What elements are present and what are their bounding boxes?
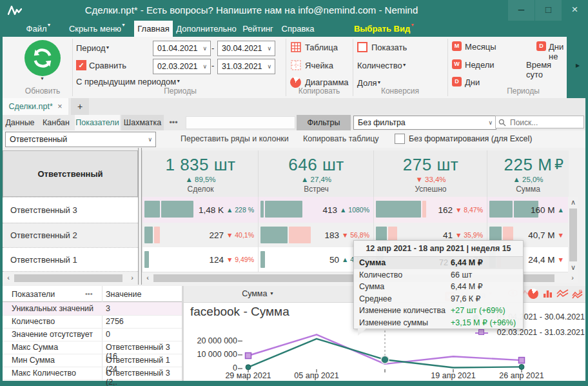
filters-button[interactable]: Фильтры (297, 115, 351, 130)
menu-file[interactable]: Файл▼ (19, 21, 58, 37)
row-label[interactable]: Ответственный 2 (3, 223, 138, 247)
view-tab-chessboard[interactable]: Шахматка (121, 115, 164, 130)
swap-rows-columns-button[interactable]: Переставить ряды и колонки (181, 134, 289, 143)
filter-select[interactable]: Без фильтра∨ (353, 116, 496, 130)
stats-col1-header[interactable]: Показатели (12, 290, 55, 299)
months-item[interactable]: Месяцы (465, 42, 496, 52)
document-tab[interactable]: Сделки.npt* × (3, 98, 68, 115)
table-cell[interactable]: 162▼ 8,47% (373, 197, 487, 223)
scroll-right-icon[interactable]: › (128, 274, 137, 281)
rating-chart-icon[interactable]: R (572, 289, 583, 300)
no-format-label: Без форматирования (для Excel) (409, 134, 532, 143)
caret-down-icon: ▼ (410, 23, 415, 27)
scroll-down-icon[interactable]: ∨ (569, 263, 578, 272)
main-vscrollbar[interactable]: ∧ ∨ (568, 197, 578, 273)
compare-checkbox[interactable]: ✓ (76, 60, 86, 70)
tab-main[interactable]: Главная (134, 21, 173, 37)
search-input[interactable] (509, 116, 583, 129)
tab-close-icon[interactable]: × (57, 102, 62, 111)
table-cell[interactable]: 160 М▲ (487, 197, 569, 223)
period-start-select[interactable]: 01.04.2021∨ (153, 41, 211, 56)
bar-chart-icon[interactable] (543, 289, 553, 298)
table-cell[interactable]: 1,48 K▲ 228 % (142, 197, 259, 223)
stats-row[interactable]: Макс КоличествоОтветственный 3 (2,. (3, 367, 182, 380)
stats-row[interactable]: Мин СуммаОтветственный 1 (24 (3, 354, 182, 367)
tab-help[interactable]: Справка (279, 21, 317, 37)
compare-start-select[interactable]: 02.03.2021∨ (153, 59, 211, 74)
close-button[interactable]: × (562, 0, 588, 21)
view-tab-kanban[interactable]: Канбан (39, 115, 74, 130)
daytime-item[interactable]: Время суто (526, 60, 567, 79)
application-window: Сделки.npt* - Есть вопросы? Напишите нам… (0, 0, 588, 386)
show-checkbox[interactable] (357, 42, 368, 52)
scroll-right-icon[interactable]: › (568, 274, 577, 281)
view-tab-indicators[interactable]: Показатели (75, 115, 120, 130)
period-end-select[interactable]: 30.04.2021∨ (217, 41, 275, 56)
ghost-value: 72 (439, 257, 448, 269)
kpi-label: Успешно (374, 185, 487, 194)
stats-row[interactable]: Значение отсутствует0 (3, 328, 182, 341)
y-tick: 20 000 000 (184, 336, 237, 345)
stats-row[interactable]: Уникальных значений3 (3, 302, 182, 316)
copy-diagram-item[interactable]: Диаграмма (305, 77, 349, 87)
search-icon (498, 119, 506, 127)
conversion-quantity[interactable]: Количество▼ (357, 61, 407, 70)
copy-cell-item[interactable]: Ячейка (305, 61, 333, 70)
search-box[interactable] (495, 116, 584, 128)
compare-end-select[interactable]: 31.03.2021∨ (217, 59, 275, 74)
add-tab-button[interactable]: + (71, 98, 89, 115)
chart-metric-select[interactable]: Сумма ▼ (219, 289, 297, 298)
kpi-success[interactable]: 275 шт ▼ 33,4% Успешно (373, 150, 487, 198)
table-cell[interactable]: 124▼ 9,49% (142, 247, 259, 272)
mini-bars (376, 201, 427, 218)
area-chart-icon[interactable] (556, 289, 569, 298)
copy-table-button[interactable]: Копировать таблицу (303, 134, 379, 143)
weeks-item[interactable]: Недели (465, 60, 495, 70)
scroll-left-icon[interactable]: ‹ (143, 274, 152, 281)
view-tab-data[interactable]: Данные (3, 115, 37, 130)
minimize-button[interactable]: – (508, 0, 534, 21)
chevron-down-icon: ∨ (202, 59, 207, 74)
scroll-up-icon[interactable]: ∧ (569, 198, 578, 207)
stats-row[interactable]: Макс СуммаОтветственный 3 (16 (3, 341, 182, 354)
row-label[interactable]: Ответственный 1 (3, 247, 138, 272)
refresh-caret-icon[interactable]: ▼ (40, 76, 44, 81)
tooltip-row: Количество66 шт (354, 269, 523, 281)
mini-bars (260, 201, 304, 218)
scroll-left-icon[interactable]: ‹ (4, 274, 13, 281)
days-item[interactable]: Дни (465, 77, 480, 87)
row-dimension-header[interactable]: Ответственный (3, 150, 138, 197)
chevron-down-icon: ∨ (488, 116, 493, 129)
menu-bar: Файл▼ Скрыть меню▼ Главная Дополнительно… (0, 21, 588, 37)
tab-rating[interactable]: Рейтинг (240, 21, 276, 37)
tooltip-header: 12 апр 2021 - 18 апр 2021 | неделя 15 (354, 241, 523, 257)
menu-choose-view[interactable]: Выбрать Вид▼ (353, 21, 415, 37)
stats-col2-header[interactable]: Значение (106, 290, 141, 299)
stats-menu-icon[interactable]: ••• (85, 290, 93, 298)
scrollb极humb[interactable] (14, 274, 122, 282)
kpi-deals[interactable]: 1 835 шт ▲ 89,5% Сделок (142, 150, 259, 198)
table-cell[interactable]: 227▼ 40,1% (142, 223, 259, 248)
maximize-button[interactable]: □ (535, 0, 562, 21)
copy-table-item[interactable]: Таблица (305, 43, 338, 52)
caret-down-icon: ▼ (176, 79, 181, 83)
tab-additional[interactable]: Дополнительно (175, 21, 237, 37)
refresh-button[interactable] (24, 40, 61, 76)
menu-hide-menu[interactable]: Скрыть меню▼ (62, 21, 133, 37)
y-tick: 10 000 000 (184, 350, 237, 359)
with-previous-period[interactable]: С предыдущим периодом▼ (76, 77, 181, 86)
period-label[interactable]: Период▼ (76, 43, 110, 53)
stats-row[interactable]: Количество2756 (3, 315, 182, 329)
row-label[interactable]: Ответственный 3 (3, 197, 138, 223)
dimension-select[interactable]: Ответственный∨ (5, 132, 156, 147)
kpi-meetings[interactable]: 646 шт ▲ 27,4% Встреч (258, 150, 374, 198)
table-cell[interactable]: 413▲ 1080% (258, 197, 374, 223)
weekdays-item[interactable]: Дни не (549, 42, 567, 61)
ribbon-scroll-right-icon[interactable]: ▶ (576, 63, 580, 68)
scrollbar-thumb[interactable] (569, 208, 577, 261)
no-format-checkbox[interactable] (395, 134, 405, 144)
chevron-down-icon: ∨ (202, 41, 207, 56)
kpi-sum[interactable]: 225 М ₽ ▲ 25,0% Сумма (487, 150, 569, 198)
left-hscrollbar[interactable]: ‹ › (3, 273, 138, 283)
view-tabs-more[interactable]: ••• (165, 115, 182, 130)
